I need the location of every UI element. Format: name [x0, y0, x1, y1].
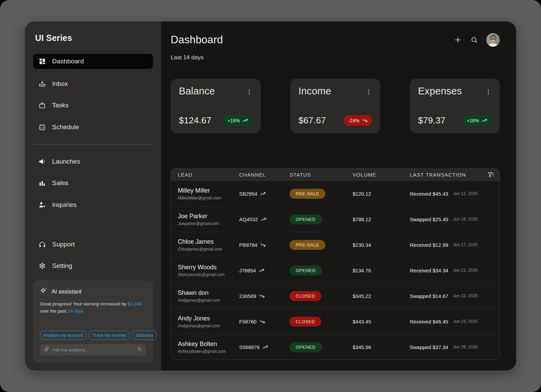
change-badge: +16%: [223, 115, 252, 126]
chip-analyze-account[interactable]: Analyze my account: [40, 331, 86, 340]
transaction-date: Jun 26, 2025: [453, 345, 478, 349]
channel-cell: J78654: [239, 268, 290, 273]
table-row[interactable]: Shawn donAndyjonas@gmail.com 236589 CLOS…: [171, 283, 499, 308]
table-row[interactable]: Joe ParkerJoeparker@gmail.com AQ4532 OPE…: [171, 206, 499, 232]
sidebar-item-tasks[interactable]: Tasks: [33, 98, 153, 113]
kebab-menu-icon[interactable]: [246, 88, 252, 96]
sidebar-item-schedule[interactable]: Schedule: [33, 120, 153, 135]
table-row[interactable]: Chloe JamesChloejames@gmail.com PB8764 P…: [171, 232, 499, 257]
main-content: Dashboard: [161, 21, 516, 371]
card-title: Expenses: [418, 86, 462, 97]
sidebar-item-label: Schedule: [52, 123, 79, 131]
last-transaction: Received $46.45: [410, 319, 448, 325]
sidebar-item-label: Launches: [52, 158, 80, 165]
last-transaction: Swapped $14.67: [410, 293, 448, 299]
channel-cell: AQ4532: [239, 216, 290, 222]
gear-icon: [38, 262, 46, 270]
leads-table: LEAD CHANNEL STATUS VOLUME LAST TRANSACT…: [171, 168, 500, 360]
lead-name: Milley Miller: [178, 187, 239, 194]
transaction-date: Jun 17, 2025: [453, 242, 478, 247]
status-badge: PRE-SALE: [290, 240, 325, 250]
trend-icon: [261, 216, 266, 222]
volume: $345.56: [353, 344, 410, 350]
table-row[interactable]: Sherry WoodsSherrywoods@gmail.com J78654…: [171, 257, 499, 283]
trend-icon: [259, 319, 265, 325]
table-row[interactable]: Ashkey BoltenAshkeyBolten@gmail.com S568…: [171, 334, 499, 360]
search-button[interactable]: [470, 35, 479, 44]
kebab-menu-icon[interactable]: [365, 88, 372, 96]
chip-track-income[interactable]: Track my income: [89, 331, 129, 340]
column-header-status: STATUS: [290, 172, 353, 178]
microphone-icon[interactable]: [137, 346, 142, 353]
last-transaction: Swapped $37.34: [410, 344, 448, 350]
add-button[interactable]: [453, 35, 462, 44]
ai-assistant-message: Great progress! Your earning increased b…: [40, 301, 146, 315]
last-transaction: Swapped $25.45: [410, 216, 448, 222]
trend-icon: [262, 344, 268, 350]
transaction-date: Jun 16, 2025: [453, 217, 478, 222]
sidebar-item-dashboard[interactable]: Dashboard: [33, 54, 153, 69]
change-badge: +18%: [462, 115, 492, 126]
status-badge: PRE-SALE: [290, 189, 325, 199]
lead-email: AshkeyBolten@gmail.com: [178, 349, 239, 354]
paperclip-icon[interactable]: [44, 346, 49, 353]
desktop-background: UI Series Dashboard Inbox Tasks: [0, 0, 541, 392]
kebab-menu-icon[interactable]: [485, 88, 492, 96]
lead-email: Andyjonas@gmail.com: [178, 298, 239, 303]
transaction-date: Jun 21, 2025: [453, 268, 478, 273]
bar-chart-icon: [38, 179, 46, 187]
channel-code: F58760: [239, 319, 257, 325]
status-badge: OPENED: [290, 214, 322, 224]
lead-email: MilleyMiller@gmail.com: [178, 196, 239, 200]
sidebar-divider: [34, 144, 152, 145]
app-logo: UI Series: [33, 33, 153, 43]
column-header-lead: LEAD: [178, 172, 239, 178]
channel-code: S568876: [239, 344, 260, 350]
table-row[interactable]: Andy JonesAndyjonas@gmail.com F58760 CLO…: [171, 308, 499, 334]
table-header: LEAD CHANNEL STATUS VOLUME LAST TRANSACT…: [171, 169, 499, 181]
trend-icon: [260, 191, 266, 197]
ai-input-placeholder: Ask me anything...: [52, 347, 134, 352]
table-row[interactable]: Milley MillerMilleyMiller@gmail.com SB29…: [171, 181, 499, 206]
trend-icon: [259, 293, 265, 299]
sidebar-item-inquiries[interactable]: Inquiries: [33, 197, 153, 212]
transaction-date: Jun 23, 2025: [453, 319, 478, 324]
status-badge: OPENED: [290, 342, 322, 352]
trend-icon: [362, 118, 368, 123]
status-badge: OPENED: [290, 266, 322, 275]
ai-input[interactable]: Ask me anything...: [40, 344, 146, 356]
sidebar-item-label: Inquiries: [52, 201, 77, 209]
megaphone-icon: [38, 158, 46, 165]
sidebar-item-setting[interactable]: Setting: [33, 259, 153, 274]
change-badge: -24%: [344, 115, 372, 126]
channel-cell: PB8764: [239, 242, 290, 248]
avatar[interactable]: [486, 33, 500, 47]
sidebar-item-launches[interactable]: Launches: [33, 154, 153, 169]
volume: $788.12: [353, 216, 410, 222]
inbox-icon: [38, 80, 46, 88]
card-value: $79.37: [418, 115, 446, 126]
volume: $345,22: [353, 293, 410, 299]
transaction-date: Jun 12, 2025: [453, 191, 478, 196]
sidebar-item-inbox[interactable]: Inbox: [33, 76, 153, 91]
expenses-card: Expenses $79.37 +18%: [410, 79, 500, 133]
chip-statistics[interactable]: Statistics: [132, 331, 157, 340]
trend-icon: [242, 118, 248, 123]
card-title: Income: [298, 86, 331, 97]
trend-icon: [481, 118, 487, 123]
filter-icon[interactable]: [486, 171, 495, 179]
sidebar-item-label: Sales: [52, 179, 68, 187]
column-header-volume: VOLUME: [353, 172, 410, 178]
calendar-icon: [38, 123, 46, 131]
page-title: Dashboard: [171, 34, 223, 46]
volume: $134.76: [353, 268, 410, 273]
earning-amount: $1,240: [127, 301, 141, 306]
date-range-label: Last 14 days: [171, 54, 500, 61]
last-transaction: Received $45.43: [410, 191, 448, 197]
sidebar-item-sales[interactable]: Sales: [33, 176, 153, 191]
channel-cell: F58760: [239, 319, 290, 325]
sidebar-item-support[interactable]: Support: [33, 237, 153, 252]
sparkle-icon: [40, 287, 47, 296]
sidebar-item-label: Support: [52, 241, 75, 248]
lead-name: Ashkey Bolten: [178, 341, 239, 348]
